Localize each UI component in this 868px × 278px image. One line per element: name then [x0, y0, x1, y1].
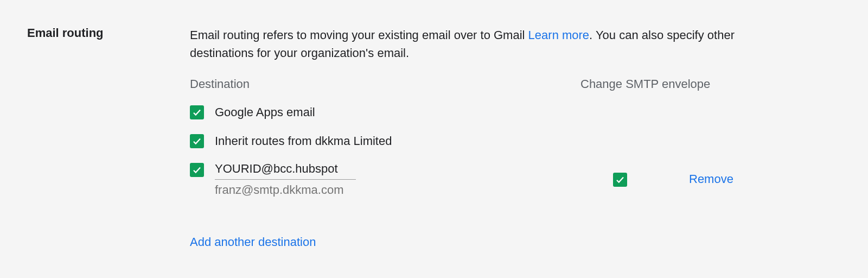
section-title-column: Email routing	[27, 26, 168, 249]
add-destination-link[interactable]: Add another destination	[190, 235, 316, 249]
route-label: Inherit routes from dkkma Limited	[215, 133, 392, 150]
route-checkbox[interactable]	[190, 105, 204, 119]
section-content: Email routing refers to moving your exis…	[190, 26, 841, 249]
route-smtp-cell	[580, 172, 689, 187]
route-destination-cell: franz@smtp.dkkma.com	[190, 162, 580, 197]
destination-header: Destination	[190, 77, 580, 91]
route-row-custom: franz@smtp.dkkma.com Remove	[190, 162, 797, 197]
checkmark-icon	[192, 136, 202, 146]
checkmark-icon	[192, 165, 202, 175]
email-routing-section: Email routing Email routing refers to mo…	[27, 26, 841, 249]
route-action-cell: Remove	[689, 172, 797, 186]
remove-route-link[interactable]: Remove	[689, 172, 733, 186]
section-title: Email routing	[27, 26, 168, 40]
learn-more-link[interactable]: Learn more	[528, 28, 590, 42]
route-checkbox[interactable]	[190, 134, 204, 148]
description-text-before: Email routing refers to moving your exis…	[190, 28, 525, 42]
route-destination-cell: Inherit routes from dkkma Limited	[190, 133, 580, 150]
email-input-wrapper: franz@smtp.dkkma.com	[215, 162, 356, 197]
destination-email-hint: franz@smtp.dkkma.com	[215, 183, 356, 197]
smtp-checkbox[interactable]	[613, 173, 627, 187]
route-row: Google Apps email	[190, 104, 797, 121]
section-description: Email routing refers to moving your exis…	[190, 26, 797, 62]
route-destination-cell: Google Apps email	[190, 104, 580, 121]
route-row: Inherit routes from dkkma Limited	[190, 133, 797, 150]
smtp-header: Change SMTP envelope	[580, 77, 797, 91]
route-label: Google Apps email	[215, 104, 315, 121]
route-checkbox[interactable]	[190, 163, 204, 177]
destination-email-input[interactable]	[215, 162, 356, 179]
input-underline	[215, 179, 356, 180]
columns-header: Destination Change SMTP envelope	[190, 77, 797, 91]
checkmark-icon	[192, 108, 202, 117]
checkmark-icon	[615, 175, 625, 185]
